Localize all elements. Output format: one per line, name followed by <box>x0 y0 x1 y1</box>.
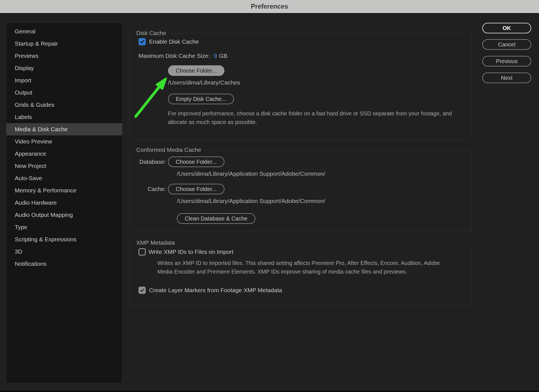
sidebar-item-startup-repair[interactable]: Startup & Repair <box>6 38 122 50</box>
sidebar-item-media-disk-cache[interactable]: Media & Disk Cache <box>6 123 122 135</box>
sidebar-item-display[interactable]: Display <box>6 62 122 74</box>
disk-cache-legend: Disk Cache <box>133 30 169 36</box>
sidebar-item-notifications[interactable]: Notifications <box>6 258 122 270</box>
sidebar-item-audio-output-mapping[interactable]: Audio Output Mapping <box>6 209 122 221</box>
write-xmp-ids-checkbox[interactable] <box>139 248 146 255</box>
max-disk-cache-size-unit: GB <box>219 53 227 59</box>
sidebar-item-labels[interactable]: Labels <box>6 111 122 123</box>
enable-disk-cache-label: Enable Disk Cache <box>149 38 199 45</box>
empty-disk-cache-button[interactable]: Empty Disk Cache... <box>168 94 234 104</box>
database-label: Database: <box>139 158 166 165</box>
max-disk-cache-size-value[interactable]: 9 <box>214 53 217 59</box>
window-bottom-edge <box>0 391 539 392</box>
disk-cache-choose-folder-button[interactable]: Choose Folder... <box>168 65 224 76</box>
sidebar-item-video-preview[interactable]: Video Preview <box>6 135 122 148</box>
conformed-media-cache-legend: Conformed Media Cache <box>133 147 204 153</box>
ok-button[interactable]: OK <box>482 23 531 33</box>
group-disk-cache: Disk Cache Enable Disk Cache Maximum Dis… <box>129 33 471 140</box>
sidebar-item-grids-guides[interactable]: Grids & Guides <box>6 99 122 111</box>
check-icon <box>139 39 145 44</box>
preferences-sidebar: GeneralStartup & RepairPreviewsDisplayIm… <box>6 23 122 383</box>
enable-disk-cache-checkbox[interactable] <box>139 38 146 45</box>
xmp-metadata-legend: XMP Metadata <box>133 239 178 246</box>
sidebar-item-new-project[interactable]: New Project <box>6 160 122 172</box>
check-icon <box>139 287 145 293</box>
preferences-dialog: Preferences GeneralStartup & RepairPrevi… <box>0 0 539 392</box>
sidebar-item-memory-performance[interactable]: Memory & Performance <box>6 184 122 197</box>
cache-choose-folder-button[interactable]: Choose Folder... <box>168 184 224 194</box>
sidebar-item-audio-hardware[interactable]: Audio Hardware <box>6 197 122 209</box>
create-layer-markers-checkbox[interactable] <box>139 287 146 294</box>
group-xmp-metadata: XMP Metadata Write XMP IDs to Files on I… <box>129 243 471 306</box>
title-bar: Preferences <box>0 0 539 14</box>
cache-path: /Users/dima/Library/Application Support/… <box>177 198 463 204</box>
previous-button[interactable]: Previous <box>482 56 531 66</box>
sidebar-item-output[interactable]: Output <box>6 86 122 99</box>
sidebar-item-previews[interactable]: Previews <box>6 50 122 62</box>
sidebar-item-type[interactable]: Type <box>6 221 122 233</box>
cache-label: Cache: <box>139 186 166 192</box>
disk-cache-description: For improved performance, choose a disk … <box>168 109 459 126</box>
cancel-button[interactable]: Cancel <box>482 39 531 50</box>
database-choose-folder-button[interactable]: Choose Folder... <box>168 157 224 167</box>
sidebar-item-general[interactable]: General <box>6 25 122 38</box>
sidebar-item-auto-save[interactable]: Auto-Save <box>6 172 122 184</box>
sidebar-item-import[interactable]: Import <box>6 74 122 86</box>
sidebar-item-3d[interactable]: 3D <box>6 245 122 258</box>
disk-cache-folder-path: /Users/dima/Library/Caches <box>168 79 463 86</box>
xmp-ids-description: Writes an XMP ID to imported files. This… <box>157 259 444 276</box>
window-title: Preferences <box>251 3 288 10</box>
create-layer-markers-label: Create Layer Markers from Footage XMP Me… <box>149 287 282 294</box>
clean-database-cache-button[interactable]: Clean Database & Cache <box>177 213 255 224</box>
next-button[interactable]: Next <box>482 73 531 83</box>
database-path: /Users/dima/Library/Application Support/… <box>177 170 463 177</box>
max-disk-cache-size-label: Maximum Disk Cache Size: <box>139 53 210 59</box>
sidebar-item-scripting-expressions[interactable]: Scripting & Expressions <box>6 233 122 245</box>
write-xmp-ids-label: Write XMP IDs to Files on Import <box>149 249 233 255</box>
sidebar-item-appearance[interactable]: Appearance <box>6 148 122 160</box>
group-conformed-media-cache: Conformed Media Cache Database: Choose F… <box>129 150 471 231</box>
